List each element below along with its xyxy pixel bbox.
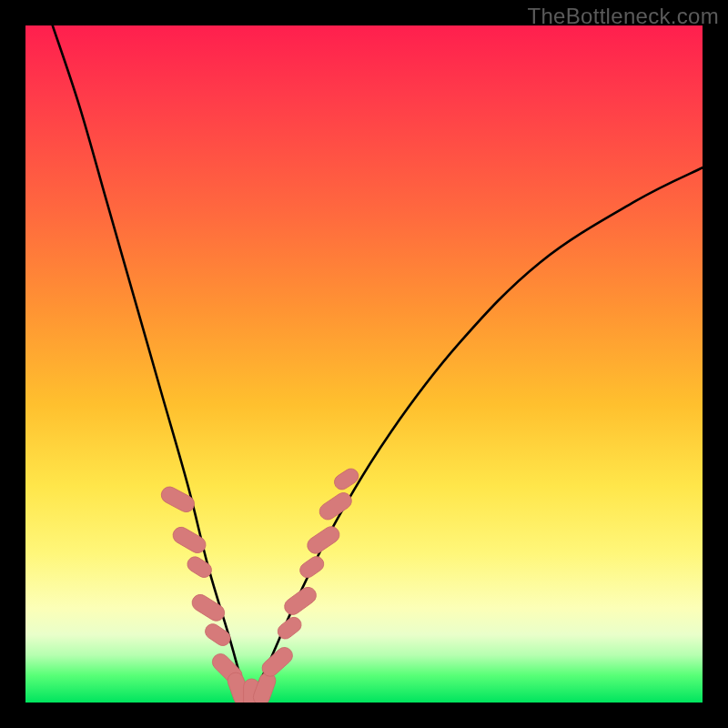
curve-marker	[317, 490, 355, 522]
plot-area	[25, 25, 703, 703]
curve-marker	[202, 621, 233, 648]
curve-marker	[281, 584, 319, 618]
curve-marker	[297, 553, 327, 581]
curve-marker	[170, 524, 208, 556]
curve-marker	[189, 592, 228, 624]
bottleneck-curve	[53, 25, 703, 696]
chart-svg	[25, 25, 703, 703]
curve-marker	[331, 466, 361, 492]
curve-marker	[304, 523, 342, 556]
frame-background: TheBottleneck.com	[0, 0, 728, 728]
curve-marker	[158, 484, 197, 515]
marker-group	[158, 466, 361, 703]
